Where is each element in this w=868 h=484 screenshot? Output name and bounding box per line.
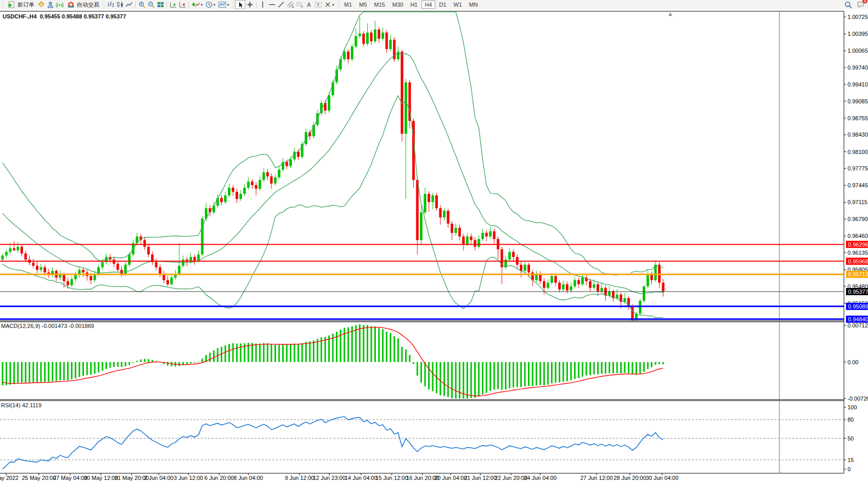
macd-bar: [171, 362, 173, 366]
candle-body: [274, 178, 277, 184]
candle-body: [220, 198, 223, 202]
svg-text:E: E: [292, 5, 294, 8]
timeframe-button-M5[interactable]: M5: [356, 1, 370, 9]
timeframe-button-M30[interactable]: M30: [389, 1, 406, 9]
timeframe-button-M1[interactable]: M1: [341, 1, 355, 9]
toolbar-grip[interactable]: [231, 1, 234, 8]
macd-bar: [29, 362, 30, 383]
candle-body: [447, 211, 450, 224]
macd-bar: [279, 345, 280, 362]
arrows-tool-icon[interactable]: ▾: [323, 1, 336, 9]
candlestick-type-icon[interactable]: [115, 1, 124, 9]
macd-bar: [655, 362, 657, 365]
rsi-tick-label: 50: [848, 435, 854, 442]
equidistant-channel-tool-icon[interactable]: E: [286, 1, 295, 9]
candle-body: [224, 195, 227, 202]
candle-body: [435, 195, 438, 208]
macd-bar: [48, 362, 50, 382]
market-icon[interactable]: [36, 1, 46, 9]
zoom-out-icon[interactable]: [146, 1, 156, 9]
timeframe-button-D1[interactable]: D1: [436, 1, 450, 9]
text-label-tool-icon[interactable]: T: [313, 1, 323, 9]
macd-tick-label: 0.007125: [848, 322, 868, 328]
toolbar-grip[interactable]: [102, 1, 105, 8]
candle-body: [247, 182, 250, 188]
rsi-tick-label: 100: [848, 404, 857, 410]
crosshair-icon[interactable]: [245, 1, 255, 9]
chart-canvas[interactable]: 1.007251.003951.000650.997400.994100.990…: [0, 9, 868, 484]
macd-bar: [578, 362, 580, 378]
price-tick-label: 1.00725: [848, 14, 868, 20]
macd-bar: [420, 362, 422, 383]
candle-body: [624, 298, 626, 302]
candle-body: [166, 280, 169, 284]
periods-icon[interactable]: ▾: [204, 1, 217, 9]
macd-bar: [659, 362, 660, 364]
time-tick-label: 24 Jun 04:00: [524, 475, 557, 481]
candle-body: [259, 180, 261, 189]
price-tick-label: 0.98100: [848, 149, 868, 155]
candle-body: [581, 278, 584, 284]
candle-body: [236, 192, 238, 199]
chevron-down-icon: ▾: [332, 3, 334, 7]
candle-body: [374, 30, 376, 41]
candle-body: [512, 252, 515, 257]
candle-body: [263, 172, 265, 180]
line-chart-type-icon[interactable]: [124, 1, 134, 9]
time-tick-label: May 2022: [0, 475, 18, 481]
macd-bar: [179, 362, 180, 366]
autotrade-icon: [66, 1, 75, 9]
fibonacci-tool-icon[interactable]: F: [295, 1, 304, 9]
timeframe-button-H4[interactable]: H4: [421, 1, 435, 9]
macd-bar: [136, 361, 138, 362]
candle-body: [509, 252, 511, 259]
timeframe-button-M15[interactable]: M15: [371, 1, 388, 9]
toolbar-grip[interactable]: [337, 1, 340, 8]
candle-body: [551, 276, 553, 283]
autotrade-button[interactable]: 自动交易: [64, 1, 101, 9]
time-tick-label: 27 May 04:00: [53, 475, 88, 481]
timeframe-button-H1[interactable]: H1: [407, 1, 420, 9]
macd-bar: [309, 341, 311, 362]
horizontal-line-tool-icon[interactable]: [267, 1, 277, 9]
chart-shift-icon[interactable]: [178, 1, 187, 9]
toolbar-grip[interactable]: [1, 1, 4, 8]
new-order-button[interactable]: 新订单: [5, 1, 36, 9]
timeframe-button-MN[interactable]: MN: [466, 1, 481, 9]
macd-main-value: -0.001473: [41, 323, 67, 329]
templates-icon[interactable]: ▾: [217, 1, 230, 9]
tile-windows-icon[interactable]: [156, 1, 165, 9]
candle-body: [570, 287, 573, 291]
timeframe-button-W1[interactable]: W1: [451, 1, 465, 9]
macd-bar: [113, 362, 115, 367]
macd-bar: [56, 362, 57, 381]
notifications-icon[interactable]: 1: [856, 1, 865, 9]
price-tick-label: 0.97115: [848, 199, 867, 205]
auto-scroll-icon[interactable]: [168, 1, 178, 9]
candle-body: [466, 236, 469, 244]
candle-body: [455, 228, 457, 233]
macd-bar: [486, 362, 488, 393]
macd-bar: [651, 362, 652, 367]
candle-body: [5, 252, 8, 255]
vertical-line-tool-icon[interactable]: [258, 1, 267, 9]
text-tool-icon[interactable]: A: [304, 1, 313, 9]
macd-bar: [543, 362, 545, 385]
macd-bar: [425, 362, 426, 386]
zoom-in-icon[interactable]: [137, 1, 146, 9]
macd-bar: [167, 362, 168, 366]
trendline-tool-icon[interactable]: [277, 1, 286, 9]
signals-icon[interactable]: [55, 1, 64, 9]
chevron-down-icon: ▾: [201, 3, 203, 7]
search-icon[interactable]: [843, 1, 853, 9]
cursor-icon[interactable]: [235, 0, 245, 9]
bar-chart-type-icon[interactable]: [106, 1, 115, 9]
candle-body: [159, 267, 161, 274]
candle-body: [558, 283, 561, 290]
indicators-icon[interactable]: ▾: [190, 1, 204, 9]
candle-body: [71, 279, 73, 285]
macd-bar: [601, 362, 603, 374]
profile-icon[interactable]: [46, 1, 55, 9]
candle-body: [351, 47, 353, 59]
macd-bar: [105, 362, 107, 369]
